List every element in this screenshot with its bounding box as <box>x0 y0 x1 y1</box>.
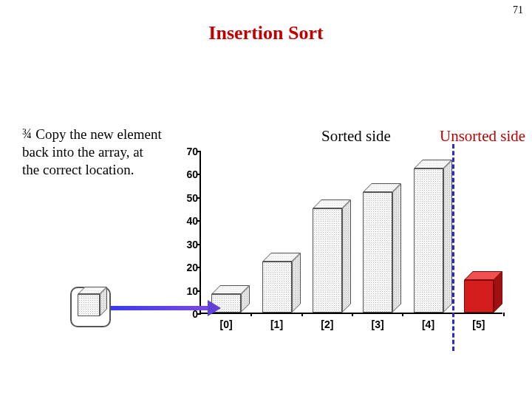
y-tick-label: 60 <box>179 168 198 180</box>
unsorted-side-label: Unsorted side <box>440 127 525 146</box>
bullet-text: Copy the new element back into the array… <box>22 126 162 177</box>
page-number: 71 <box>513 4 523 16</box>
x-tick-label: [3] <box>355 318 400 330</box>
y-tick-label: 20 <box>179 262 198 273</box>
x-tick-label: [0] <box>204 318 248 330</box>
x-tick-label: [2] <box>305 318 349 330</box>
y-tick-label: 10 <box>179 285 198 297</box>
x-tick-label: [5] <box>457 318 501 330</box>
plot-area: 010203040506070[0][1][2][3][4][5] <box>200 151 502 314</box>
slide-title: Insertion Sort <box>0 22 532 44</box>
x-tick-label: [1] <box>255 318 299 330</box>
y-tick-label: 0 <box>179 308 198 320</box>
x-tick-label: [4] <box>406 318 451 330</box>
y-tick-label: 30 <box>179 239 198 250</box>
bullet-icon: ¾ <box>22 126 33 141</box>
partition-line <box>452 144 454 351</box>
extracted-cube <box>78 294 100 316</box>
sorted-side-label: Sorted side <box>321 127 391 146</box>
extracted-element <box>70 287 115 327</box>
y-tick-label: 50 <box>179 192 198 204</box>
y-tick-label: 70 <box>179 146 198 157</box>
bullet-paragraph: ¾ Copy the new element back into the arr… <box>22 126 163 178</box>
y-tick-label: 40 <box>179 215 198 227</box>
